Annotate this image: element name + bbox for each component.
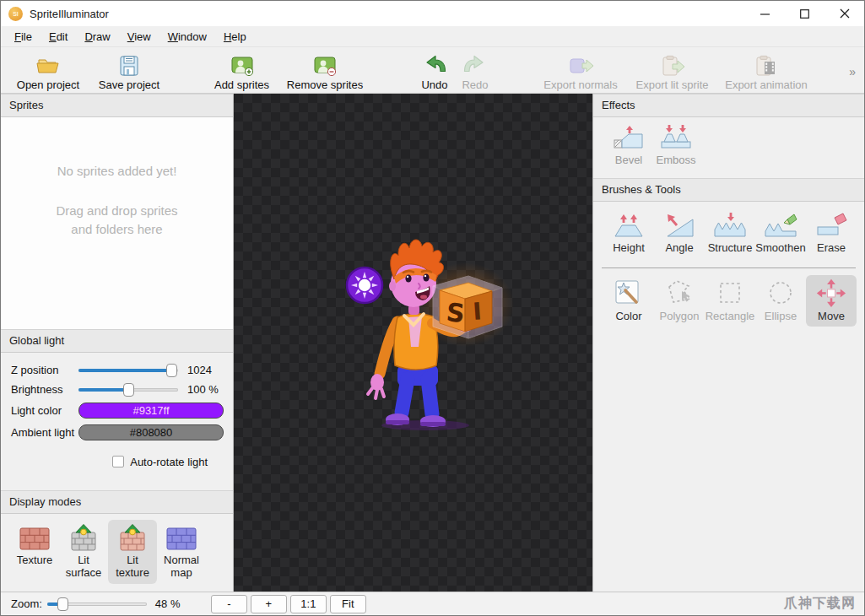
tool-label: Height	[613, 241, 645, 254]
tool-structure[interactable]: Structure	[705, 208, 755, 258]
display-modes-header: Display modes	[1, 490, 233, 514]
display-mode-normal-map[interactable]: Normal map	[157, 520, 206, 584]
zoom-slider[interactable]	[47, 597, 147, 611]
remove-sprites-label: Remove sprites	[287, 78, 363, 91]
menu-window[interactable]: Window	[159, 28, 215, 46]
right-panel: Effects Bevel Emboss Brushes & Tools Hei…	[592, 94, 864, 592]
tool-move[interactable]: Move	[806, 275, 857, 327]
menu-view[interactable]: View	[119, 28, 159, 46]
export-lit-sprite-label: Export lit sprite	[636, 78, 709, 91]
tool-label: Erase	[817, 241, 846, 254]
app-window: SI SpriteIlluminator File Edit Draw View…	[0, 0, 865, 616]
structure-icon	[711, 211, 749, 240]
undo-button[interactable]: Undo	[414, 50, 455, 91]
menubar: File Edit Draw View Window Help	[1, 26, 864, 47]
main-area: Sprites No sprites added yet! Drag and d…	[1, 94, 864, 592]
effect-label: Emboss	[657, 154, 696, 166]
tool-erase[interactable]: Erase	[806, 208, 857, 258]
z-position-label: Z position	[11, 364, 78, 376]
tool-label: Structure	[708, 241, 753, 254]
sprite-canvas[interactable]: S I	[234, 94, 592, 592]
export-lit-sprite-button[interactable]: Export lit sprite	[628, 50, 716, 91]
display-mode-lit-surface[interactable]: Lit surface	[59, 520, 108, 584]
tool-smoothen[interactable]: Smoothen	[755, 208, 806, 258]
effect-emboss[interactable]: Emboss	[652, 122, 700, 170]
sprites-dropzone[interactable]: No sprites added yet! Drag and drop spri…	[1, 117, 233, 329]
auto-rotate-checkbox[interactable]	[112, 456, 124, 467]
tool-color[interactable]: Color	[603, 275, 654, 327]
tool-height[interactable]: Height	[603, 208, 654, 258]
ellipse-select-icon	[765, 278, 797, 308]
display-mode-lit-texture[interactable]: Lit texture	[108, 520, 157, 584]
zoom-in-button[interactable]: +	[251, 595, 287, 613]
export-normals-button[interactable]: Export normals	[533, 50, 628, 91]
auto-rotate-row: Auto-rotate light	[11, 454, 224, 469]
tool-label: Move	[818, 310, 845, 322]
light-color-label: Light color	[11, 404, 78, 417]
add-sprites-button[interactable]: Add sprites	[202, 50, 282, 91]
z-position-slider[interactable]	[78, 364, 178, 377]
cube-letter-s: S	[445, 297, 466, 328]
toolbar: Open project Save project Add sprites Re…	[1, 47, 864, 94]
tool-polygon[interactable]: Polygon	[654, 275, 705, 327]
export-animation-icon	[754, 50, 779, 78]
color-wand-icon	[613, 278, 645, 308]
tool-label: Rectangle	[706, 310, 755, 322]
open-project-button[interactable]: Open project	[6, 50, 90, 91]
tool-label: Polygon	[660, 310, 700, 322]
z-position-value: 1024	[187, 364, 212, 376]
brushes-tools-header: Brushes & Tools	[593, 178, 864, 202]
redo-button[interactable]: Redo	[455, 50, 495, 91]
right-panel-empty	[593, 327, 864, 592]
export-animation-button[interactable]: Export animation	[716, 50, 816, 91]
menu-draw[interactable]: Draw	[76, 28, 118, 46]
menu-edit[interactable]: Edit	[41, 28, 76, 46]
effects-header: Effects	[593, 94, 864, 117]
slider-fill	[78, 388, 128, 392]
tool-angle[interactable]: Angle	[654, 208, 705, 258]
toolbar-overflow-button[interactable]: »	[844, 64, 859, 79]
display-mode-texture[interactable]: Texture	[10, 520, 59, 571]
menu-help[interactable]: Help	[215, 28, 255, 46]
tool-ellipse[interactable]: Ellipse	[755, 275, 806, 327]
zoom-fit-button[interactable]: Fit	[330, 595, 366, 613]
angle-icon	[662, 211, 696, 240]
bevel-icon	[612, 124, 646, 151]
export-lit-sprite-icon	[659, 50, 686, 78]
close-button[interactable]	[824, 1, 864, 26]
auto-rotate-label: Auto-rotate light	[130, 456, 208, 468]
save-project-label: Save project	[99, 78, 159, 91]
polygon-select-icon	[663, 278, 695, 308]
minimize-button[interactable]	[745, 1, 785, 26]
save-project-button[interactable]: Save project	[90, 50, 168, 91]
light-color-button[interactable]: #9317ff	[78, 403, 224, 419]
zoom-out-button[interactable]: -	[211, 595, 247, 613]
normal-map-icon	[165, 523, 198, 552]
brightness-slider[interactable]	[78, 383, 178, 397]
rectangle-select-icon	[714, 278, 746, 308]
effect-label: Bevel	[615, 154, 643, 166]
redo-label: Redo	[462, 78, 488, 91]
lit-surface-icon	[67, 523, 100, 552]
tool-rectangle[interactable]: Rectangle	[705, 275, 755, 327]
tool-label: Ellipse	[765, 310, 797, 322]
slider-handle[interactable]	[166, 364, 177, 377]
save-floppy-icon	[117, 50, 141, 78]
effect-bevel[interactable]: Bevel	[605, 122, 652, 170]
close-icon	[840, 8, 850, 19]
global-light-body: Z position 1024 Brightness 100	[1, 353, 233, 490]
slider-handle[interactable]	[57, 597, 68, 611]
maximize-button[interactable]	[785, 1, 824, 26]
display-modes-body: Texture Lit surface Lit texture Normal m…	[1, 514, 233, 592]
zoom-1to1-button[interactable]: 1:1	[290, 595, 327, 613]
move-icon	[813, 278, 850, 308]
display-mode-label: Texture	[11, 554, 58, 567]
menu-file[interactable]: File	[6, 28, 41, 46]
slider-handle[interactable]	[123, 383, 134, 397]
brightness-label: Brightness	[11, 383, 78, 396]
ambient-light-button[interactable]: #808080	[78, 424, 224, 440]
remove-sprites-button[interactable]: Remove sprites	[282, 50, 368, 91]
sprites-empty-hint: Drag and drop sprites and folders here	[50, 202, 185, 239]
light-gizmo[interactable]	[347, 267, 382, 303]
brightness-row: Brightness 100 %	[11, 380, 224, 399]
